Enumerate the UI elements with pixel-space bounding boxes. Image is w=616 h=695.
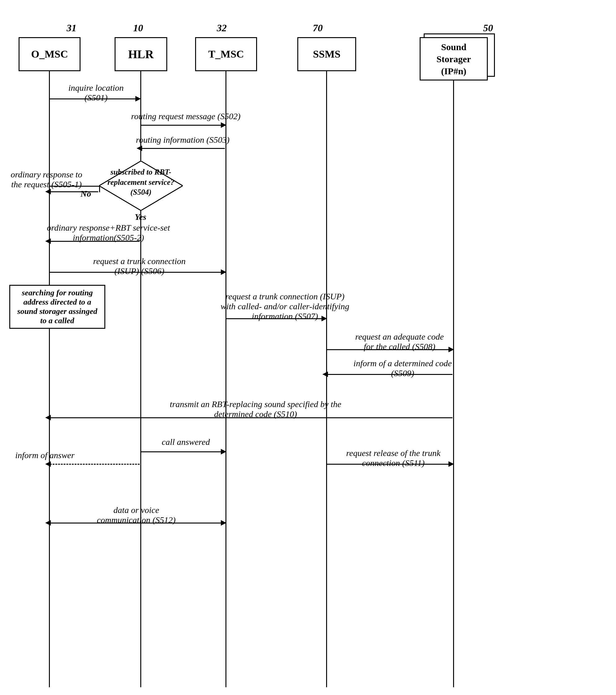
arrow-call-answered-line bbox=[141, 451, 225, 452]
lifeline-ssms bbox=[326, 71, 327, 687]
label-s509: inform of a determined code(S509) bbox=[328, 358, 477, 378]
node-ssms: SSMS bbox=[297, 37, 356, 71]
diagram-container: 31 10 32 70 50 O_MSC HLR T_MSC SSMS Soun… bbox=[0, 0, 616, 695]
label-s502: routing request message (S502) bbox=[127, 112, 245, 121]
label-s510: transmit an RBT-replacing sound specifie… bbox=[93, 400, 418, 419]
ref-50: 50 bbox=[483, 22, 493, 34]
diamond-label: subscribed to RBT-replacement service?(S… bbox=[99, 167, 183, 198]
arrow-s505-1-head bbox=[45, 189, 51, 194]
node-tmsc: T_MSC bbox=[195, 37, 257, 71]
diamond-no-label: No bbox=[81, 189, 91, 199]
label-s501: inquire location(S501) bbox=[51, 83, 141, 103]
lifeline-tmsc bbox=[226, 71, 227, 687]
label-s505-1: ordinary response tothe request (S505-1) bbox=[3, 170, 90, 189]
label-s512: data or voicecommunication (S512) bbox=[50, 505, 223, 525]
lifeline-ss bbox=[453, 81, 454, 687]
ref-10: 10 bbox=[133, 22, 143, 34]
label-s505-2: ordinary response+RBT service-setinforma… bbox=[31, 223, 186, 243]
label-s506: request a trunk connection(ISUP) (S506) bbox=[62, 256, 217, 276]
arrow-s502-head bbox=[221, 122, 227, 128]
label-call-answered: call answered bbox=[133, 437, 238, 447]
ref-32: 32 bbox=[217, 22, 227, 34]
node-hlr: HLR bbox=[115, 37, 167, 71]
arrow-s503-head bbox=[137, 146, 142, 151]
ref-70: 70 bbox=[313, 22, 323, 34]
arrow-s505-1-line bbox=[50, 191, 98, 192]
node-ss: SoundStorager(IP#n) bbox=[420, 37, 488, 81]
arrow-inform-answer-line bbox=[50, 464, 140, 465]
arrow-call-answered-head bbox=[221, 449, 227, 455]
process-box-searching: searching for routingaddress directed to… bbox=[9, 285, 105, 329]
arrow-inform-answer-head bbox=[45, 461, 51, 467]
label-s507: request a trunk connection (ISUP)with ca… bbox=[211, 292, 359, 321]
label-s508: request an adequate codefor the called (… bbox=[325, 332, 474, 352]
node-omsc: O_MSC bbox=[19, 37, 81, 71]
arrow-s510-head bbox=[45, 415, 51, 420]
diamond-no-vline bbox=[99, 186, 100, 192]
label-s511: request release of the trunkconnection (… bbox=[316, 448, 471, 468]
arrow-s506-head bbox=[221, 269, 227, 275]
lifeline-omsc bbox=[49, 71, 50, 687]
label-s503: routing information (S503) bbox=[124, 135, 242, 145]
label-inform-answer: inform of answer bbox=[3, 451, 87, 460]
arrow-s503-line bbox=[141, 148, 225, 149]
ref-31: 31 bbox=[67, 22, 77, 34]
arrow-s509-head bbox=[322, 372, 328, 377]
arrow-s502-line bbox=[141, 125, 225, 126]
